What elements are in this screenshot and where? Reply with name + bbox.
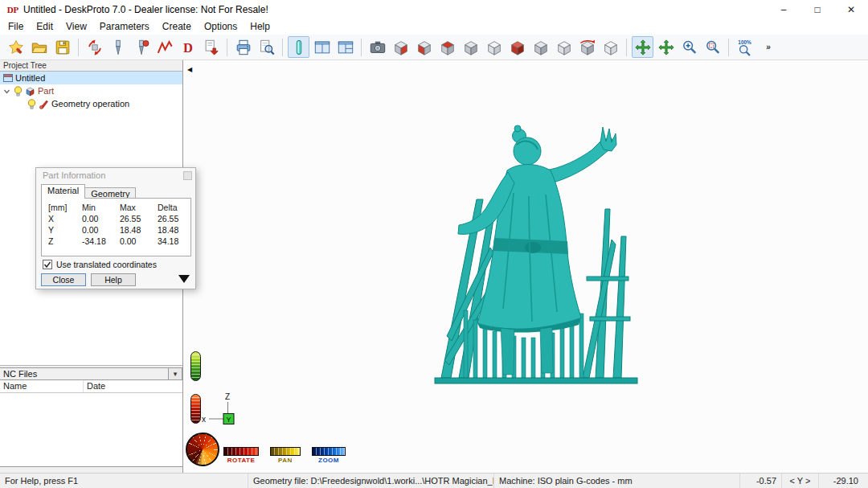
close-button[interactable]: ✕ bbox=[834, 0, 868, 18]
view-isometric-icon[interactable] bbox=[530, 36, 551, 58]
zoom-100-icon[interactable]: 100% bbox=[734, 36, 755, 58]
zoom-window-icon[interactable] bbox=[702, 36, 723, 58]
toolbar-separator bbox=[282, 39, 283, 56]
close-dialog-button[interactable]: Close bbox=[41, 273, 86, 286]
toolbar-separator bbox=[227, 39, 227, 56]
checkbox-label: Use translated coordinates bbox=[56, 260, 157, 269]
dialog-tabs: Material Geometry bbox=[41, 185, 135, 199]
new-project-wizard-icon[interactable] bbox=[5, 36, 27, 58]
zoom-legend-bar bbox=[312, 447, 346, 456]
table-cell: 0.00 bbox=[120, 236, 158, 246]
rotate-legend-bar bbox=[223, 447, 259, 456]
deskproto-wizard-icon[interactable]: D bbox=[177, 36, 199, 58]
move-view-icon[interactable] bbox=[655, 36, 677, 58]
calculate-toolpath-icon[interactable] bbox=[154, 36, 175, 58]
tree-item-geometry-operation[interactable]: Geometry operation bbox=[0, 97, 182, 110]
expander-icon[interactable] bbox=[3, 88, 10, 95]
rotation-dial-gauge[interactable] bbox=[186, 433, 219, 466]
pan-legend-bar bbox=[270, 447, 301, 456]
help-button[interactable]: Help bbox=[91, 273, 136, 286]
dialog-close-button[interactable] bbox=[183, 171, 192, 180]
dialog-tab-page: [mm] Min Max Delta X 0.00 26.55 26.55 Y … bbox=[41, 198, 191, 256]
menu-edit[interactable]: Edit bbox=[30, 18, 59, 35]
nc-column-date[interactable]: Date bbox=[84, 380, 182, 392]
nc-column-name[interactable]: Name bbox=[0, 380, 84, 392]
pan-legend: PAN bbox=[270, 447, 301, 464]
view-bottom-icon[interactable] bbox=[460, 36, 481, 58]
write-nc-file-icon[interactable] bbox=[200, 36, 222, 58]
viewport-split-icon[interactable] bbox=[311, 36, 333, 58]
panel-collapse-icon[interactable] bbox=[185, 64, 194, 75]
dialog-expand-arrow-icon[interactable] bbox=[178, 275, 190, 283]
part-information-dialog: Part Information Material Geometry [mm] … bbox=[35, 167, 196, 289]
table-cell: Z bbox=[48, 236, 82, 246]
translated-coordinates-checkbox[interactable]: Use translated coordinates bbox=[43, 260, 157, 269]
view-back-icon[interactable] bbox=[390, 36, 411, 58]
cutter-edit-icon[interactable] bbox=[130, 36, 152, 58]
title-bar: DP Untitled - DeskProto 7.0 - Dealer lic… bbox=[0, 0, 868, 18]
viewport-split-quad-icon[interactable] bbox=[334, 36, 356, 58]
red-gauge[interactable] bbox=[190, 394, 201, 424]
menu-help[interactable]: Help bbox=[244, 18, 276, 35]
toolbar-overflow-icon[interactable]: » bbox=[757, 36, 779, 58]
visibility-bulb-icon[interactable] bbox=[14, 86, 23, 96]
minimize-button[interactable]: – bbox=[767, 0, 800, 18]
menu-file[interactable]: File bbox=[2, 18, 30, 35]
view-top-icon[interactable] bbox=[436, 36, 458, 58]
info-panel-icon[interactable] bbox=[288, 36, 309, 58]
table-cell: 0.00 bbox=[82, 225, 120, 235]
save-file-icon[interactable] bbox=[51, 36, 73, 58]
tree-item-label: Part bbox=[38, 86, 54, 96]
visibility-bulb-icon[interactable] bbox=[27, 99, 36, 109]
menu-options[interactable]: Options bbox=[198, 18, 244, 35]
maximize-button[interactable]: □ bbox=[800, 0, 834, 18]
perspective-view-icon[interactable] bbox=[600, 36, 621, 58]
window-title: Untitled - DeskProto 7.0 - Dealer licens… bbox=[23, 4, 268, 15]
nc-files-header[interactable]: NC Files bbox=[0, 367, 182, 380]
table-header: Min bbox=[82, 203, 120, 212]
rotate-view-icon[interactable] bbox=[576, 36, 598, 58]
dialog-title: Part Information bbox=[36, 168, 195, 182]
tab-material[interactable]: Material bbox=[41, 184, 85, 199]
menu-create[interactable]: Create bbox=[156, 18, 198, 35]
machine-icon[interactable] bbox=[232, 36, 254, 58]
print-preview-icon[interactable] bbox=[256, 36, 277, 58]
axis-x-label: x bbox=[202, 415, 206, 424]
green-gauge[interactable] bbox=[190, 351, 201, 381]
zoom-in-icon[interactable] bbox=[678, 36, 700, 58]
window-controls: – □ ✕ bbox=[767, 0, 868, 18]
project-tree-header: Project Tree bbox=[0, 60, 182, 71]
table-header: Max bbox=[120, 203, 158, 212]
view-right-icon[interactable] bbox=[506, 36, 528, 58]
viewport-canvas[interactable]: Z x Y ROTATEPANZOOM bbox=[183, 60, 868, 473]
nc-files-dropdown-icon[interactable] bbox=[168, 368, 182, 379]
mouse-control-legend: ROTATEPANZOOM bbox=[223, 447, 346, 464]
open-file-icon[interactable] bbox=[28, 36, 50, 58]
snapshot-camera-icon[interactable] bbox=[366, 36, 388, 58]
tree-item-part[interactable]: Part bbox=[0, 84, 182, 97]
view-front-icon[interactable] bbox=[413, 36, 435, 58]
status-coordinate-1: -0.57 bbox=[739, 474, 781, 488]
view-dimetric-icon[interactable] bbox=[553, 36, 575, 58]
tree-item-untitled[interactable]: Untitled bbox=[0, 72, 182, 84]
cutter-icon[interactable] bbox=[107, 36, 129, 58]
rotate-legend-label: ROTATE bbox=[227, 457, 256, 464]
status-coordinate-2: -29.10 bbox=[818, 474, 868, 488]
svg-text:D: D bbox=[183, 39, 193, 55]
nc-files-list[interactable] bbox=[0, 393, 182, 467]
toolbar: D100%» bbox=[0, 35, 868, 60]
axis-z-label: Z bbox=[225, 392, 230, 401]
center-view-icon[interactable] bbox=[632, 36, 653, 58]
menu-parameters[interactable]: Parameters bbox=[93, 18, 156, 35]
table-cell: 18.48 bbox=[120, 225, 158, 235]
zoom-legend: ZOOM bbox=[312, 447, 346, 464]
table-cell: X bbox=[48, 214, 82, 223]
svg-text:»: » bbox=[766, 43, 771, 51]
table-cell: -34.18 bbox=[82, 236, 120, 246]
status-machine: Machine: ISO plain G-codes - mm bbox=[493, 474, 739, 488]
menu-view[interactable]: View bbox=[59, 18, 93, 35]
view-left-icon[interactable] bbox=[483, 36, 505, 58]
pan-legend-label: PAN bbox=[278, 457, 293, 464]
transform-geometry-icon[interactable] bbox=[84, 36, 105, 58]
table-header: Delta bbox=[158, 203, 191, 212]
